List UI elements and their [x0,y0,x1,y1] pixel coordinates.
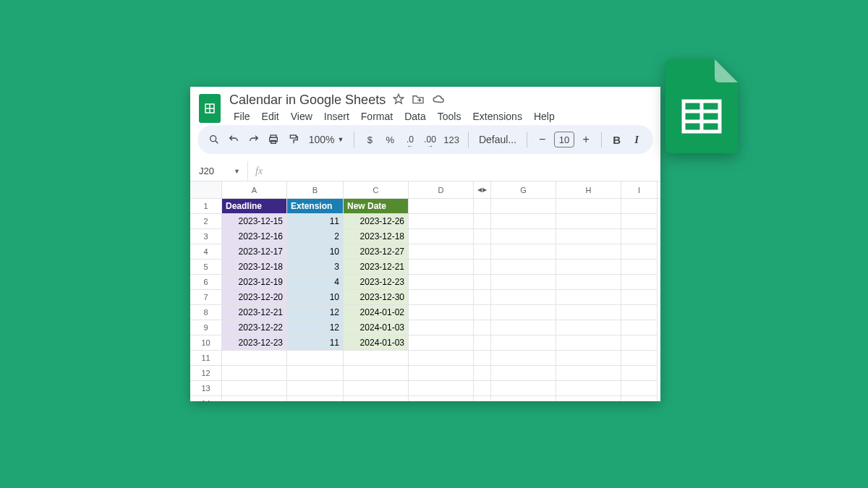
cell[interactable] [556,244,621,260]
cell[interactable] [491,305,556,320]
bold-button[interactable]: B [609,131,625,148]
cell-C1[interactable]: New Date [344,199,409,214]
cell[interactable] [556,305,621,320]
menu-file[interactable]: File [229,109,255,124]
cell[interactable] [409,366,474,381]
cell[interactable]: 2023-12-30 [344,290,409,305]
currency-button[interactable]: $ [362,131,378,148]
cell[interactable] [621,275,658,290]
print-icon[interactable] [266,131,282,148]
cell[interactable] [556,229,621,244]
row-header[interactable]: 11 [190,351,222,366]
cell[interactable] [621,199,658,214]
cell[interactable] [621,335,658,351]
cell[interactable] [491,290,556,305]
col-header-G[interactable]: G [491,181,556,198]
cell[interactable]: 11 [287,335,344,351]
cell[interactable]: 2023-12-16 [222,229,287,244]
cell[interactable] [621,381,658,396]
row-header[interactable]: 4 [190,244,222,260]
cell[interactable] [621,244,658,260]
cell[interactable] [409,229,474,244]
star-icon[interactable] [393,93,404,108]
percent-button[interactable]: % [382,131,398,148]
row-header[interactable]: 10 [190,335,222,351]
menu-data[interactable]: Data [400,109,430,124]
cell[interactable] [556,320,621,335]
menu-insert[interactable]: Insert [320,109,354,124]
cell[interactable] [344,381,409,396]
cell[interactable] [556,366,621,381]
cell[interactable] [222,366,287,381]
cell[interactable] [491,229,556,244]
cell[interactable] [491,320,556,335]
paint-format-icon[interactable] [286,131,302,148]
col-header-I[interactable]: I [621,181,658,198]
cell[interactable]: 2023-12-21 [344,260,409,275]
cell[interactable]: 2023-12-23 [222,335,287,351]
row-header[interactable]: 12 [190,366,222,381]
cell[interactable] [491,381,556,396]
cell[interactable] [222,381,287,396]
font-size-input[interactable]: 10 [554,132,574,147]
cell[interactable]: 11 [287,214,344,229]
cell[interactable] [491,244,556,260]
col-header-H[interactable]: H [556,181,621,198]
menu-view[interactable]: View [286,109,317,124]
select-all-corner[interactable] [190,181,222,198]
cell-B1[interactable]: Extension [287,199,344,214]
row-header[interactable]: 2 [190,214,222,229]
row-header[interactable]: 7 [190,290,222,305]
cell[interactable]: 2024-01-03 [344,335,409,351]
cell[interactable] [621,396,658,401]
cell[interactable] [409,351,474,366]
cell[interactable] [287,351,344,366]
cell[interactable] [621,320,658,335]
cell[interactable] [621,305,658,320]
cell[interactable]: 10 [287,244,344,260]
name-box[interactable]: J20 ▼ [190,161,248,181]
menu-edit[interactable]: Edit [258,109,284,124]
cell[interactable] [409,396,474,401]
cell[interactable]: 2023-12-18 [222,260,287,275]
cell[interactable]: 2023-12-15 [222,214,287,229]
col-header-A[interactable]: A [222,181,287,198]
cell-A1[interactable]: Deadline [222,199,287,214]
row-header[interactable]: 6 [190,275,222,290]
menu-extensions[interactable]: Extensions [468,109,526,124]
cell[interactable]: 2023-12-17 [222,244,287,260]
cell[interactable]: 2024-01-03 [344,320,409,335]
col-header-D[interactable]: D [409,181,474,198]
row-header[interactable]: 13 [190,381,222,396]
cell[interactable] [556,381,621,396]
cell[interactable] [409,305,474,320]
cell[interactable] [556,396,621,401]
cell[interactable] [344,366,409,381]
number-format-button[interactable]: 123 [442,131,461,148]
increase-decimal-icon[interactable]: .00→ [422,131,438,148]
cell[interactable] [409,320,474,335]
cell[interactable] [556,199,621,214]
italic-button[interactable]: I [629,131,645,148]
cell[interactable] [491,260,556,275]
cell[interactable]: 2023-12-19 [222,275,287,290]
cell[interactable]: 10 [287,290,344,305]
cell[interactable] [222,351,287,366]
cell[interactable]: 2023-12-22 [222,320,287,335]
search-icon[interactable] [206,131,222,148]
row-header[interactable]: 5 [190,260,222,275]
cell[interactable]: 2024-01-02 [344,305,409,320]
cell[interactable] [621,351,658,366]
cell[interactable]: 4 [287,275,344,290]
redo-icon[interactable] [246,131,262,148]
document-title[interactable]: Calendar in Google Sheets [229,93,386,108]
cell[interactable] [621,290,658,305]
font-size-increase[interactable]: + [579,131,595,148]
cell[interactable] [409,244,474,260]
cell[interactable]: 2023-12-26 [344,214,409,229]
cell[interactable] [409,199,474,214]
cell[interactable] [409,214,474,229]
cell[interactable]: 2 [287,229,344,244]
cell[interactable] [491,199,556,214]
row-header[interactable]: 1 [190,199,222,214]
